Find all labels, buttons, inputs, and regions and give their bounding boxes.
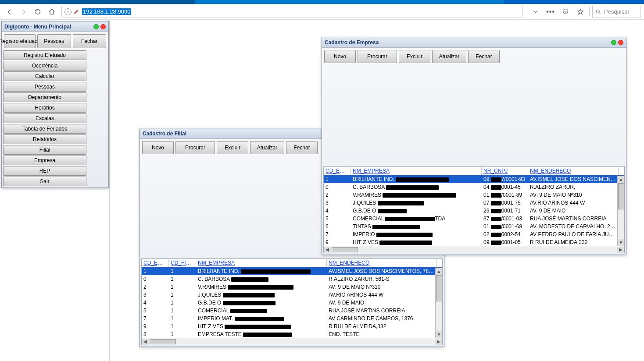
table-row[interactable]: 6TINTAS 01./0001-68AV. MODESTO DE CARVAL…	[324, 223, 624, 230]
table-row[interactable]: 7IMPERIO 02.0002-54AV PEDRO PAULO DE FAR…	[324, 230, 624, 238]
table-header: CD_EMPRESA CD_FILIAL NM_EMPRESA NM_ENDER…	[142, 259, 442, 267]
search-box[interactable]: Pesquisar	[592, 6, 640, 18]
button-procurar[interactable]: Procurar	[358, 50, 397, 63]
scrollbar-h[interactable]: ◀▶	[142, 338, 442, 345]
table-header: CD_EMPRESA NM_EMPRESA NR_CNPJ NM_ENDEREC…	[324, 167, 624, 175]
scrollbar-v[interactable]: ▲▼	[617, 176, 624, 246]
title-text: Cadastro de Empresa	[325, 39, 379, 46]
col-nr-cnpj[interactable]: NR_CNPJ	[482, 167, 528, 175]
close-icon[interactable]	[618, 40, 623, 45]
sidebar-menu: Registro Efetuado Ocorrência Calcular Pe…	[2, 50, 108, 188]
col-cd-filial[interactable]: CD_FILIAL	[169, 259, 196, 267]
panel-divider	[109, 20, 110, 361]
empresa-toolbar: Novo Procurar Excluir Atualizar Fechar	[322, 48, 626, 65]
col-cd-empresa[interactable]: CD_EMPRESA	[142, 259, 169, 267]
table-body: 1BRILHANTE IND. 09.7/0001-93AV.ISMEL JOS…	[324, 175, 624, 246]
tab-registro[interactable]: Registro efetuado	[4, 34, 36, 48]
menu-rep[interactable]: REP	[3, 166, 86, 176]
button-atualizar[interactable]: Atualizar	[250, 141, 284, 154]
star-icon[interactable]	[574, 6, 587, 18]
table-row[interactable]: 3J.QUILES 07.0001-75AV.RIO ARINOS 444 W	[324, 199, 624, 207]
col-cd-empresa[interactable]: CD_EMPRESA	[324, 167, 351, 175]
window-title[interactable]: Digiponto - Menu Principal	[2, 21, 108, 32]
scrollbar-h[interactable]: ◀▶	[324, 246, 624, 253]
main-tabs: Registro efetuado Pessoas Fechar	[2, 32, 108, 50]
window-empresa: Cadastro de Empresa Novo Procurar Exclui…	[322, 37, 626, 255]
menu-horarios[interactable]: Horários	[3, 103, 86, 113]
empresa-table[interactable]: CD_EMPRESA NM_EMPRESA NR_CNPJ NM_ENDEREC…	[323, 166, 625, 253]
menu-relatorios[interactable]: Relatórios	[3, 134, 86, 144]
title-text: Cadastro de Filial	[143, 131, 186, 137]
menu-departamento[interactable]: Departamento	[3, 92, 86, 102]
close-icon[interactable]	[100, 24, 106, 29]
button-excluir[interactable]: Excluir	[217, 141, 248, 154]
tab-pessoas[interactable]: Pessoas	[37, 34, 71, 48]
content-area: Digiponto - Menu Principal Registro efet…	[0, 20, 644, 361]
table-row[interactable]: 71IMPERIO MAT. AV CARMINDO DE CAMPOS, 13…	[142, 315, 442, 322]
browser-toolbar: i 192.168.1.28:9090 ••• Pesquisar	[0, 4, 644, 20]
table-row[interactable]: 01C. BARBOSA R.ALZIRO ZARUR, 561-S	[142, 275, 442, 283]
window-main-menu: Digiponto - Menu Principal Registro efet…	[1, 21, 109, 188]
table-row[interactable]: 51COMERCIAL RUA JOSÉ MARTINS CORREIA	[142, 307, 442, 315]
menu-tabela-feriados[interactable]: Tabela de Feriados	[3, 124, 86, 134]
url-bar[interactable]: i 192.168.1.28:9090	[61, 6, 522, 18]
menu-empresa[interactable]: Empresa	[3, 156, 86, 165]
table-row[interactable]: 1BRILHANTE IND. 09.7/0001-93AV.ISMEL JOS…	[324, 175, 624, 183]
table-row[interactable]: 4G.B.DE O 26.0001-71AV. 9 DE MAIO	[324, 207, 624, 215]
table-row[interactable]: 91HIT´Z VES R RUI DE ALMEIDA,332	[142, 322, 442, 330]
svg-point-0	[596, 10, 599, 13]
toolbar-right: ••• Pesquisar	[530, 6, 640, 18]
button-novo[interactable]: Novo	[142, 141, 174, 154]
more-icon[interactable]: •••	[544, 6, 557, 18]
reload-button[interactable]	[32, 6, 44, 18]
menu-sair[interactable]: Sair	[3, 177, 86, 186]
table-row[interactable]: 9HIT´Z VES 09.0001-05R RUI DE ALMEIDA,33…	[324, 238, 624, 246]
col-nm-endereco[interactable]: NM_ENDERECO	[528, 167, 619, 175]
button-atualizar[interactable]: Atualizar	[432, 50, 466, 63]
table-row[interactable]: 2V.RAMIRES 01./0001-89AV: 9 DE MAIO Nº31…	[324, 191, 624, 199]
tab-fechar[interactable]: Fechar	[73, 34, 107, 48]
button-procurar[interactable]: Procurar	[175, 141, 215, 154]
table-row[interactable]: 11BRILHANTE IND. AV.ISMEL JOSE DOS NASCI…	[142, 267, 442, 275]
forward-button[interactable]	[18, 6, 30, 18]
menu-filial[interactable]: Filial	[3, 145, 86, 155]
button-excluir[interactable]: Excluir	[399, 50, 430, 63]
menu-pessoas[interactable]: Pessoas	[3, 82, 86, 92]
minimize-icon[interactable]	[611, 40, 616, 45]
table-body: 11BRILHANTE IND. AV.ISMEL JOSE DOS NASCI…	[142, 267, 442, 338]
minimize-icon[interactable]	[93, 24, 99, 29]
chevron-down-icon[interactable]	[530, 6, 542, 18]
filial-table[interactable]: CD_EMPRESA CD_FILIAL NM_EMPRESA NM_ENDER…	[141, 258, 443, 345]
button-fechar[interactable]: Fechar	[286, 141, 318, 154]
home-button[interactable]	[46, 6, 58, 18]
button-fechar[interactable]: Fechar	[468, 50, 500, 63]
menu-registro-efetuado[interactable]: Registro Efetuado	[3, 50, 86, 60]
window-title[interactable]: Cadastro de Empresa	[322, 37, 626, 48]
scrollbar-v[interactable]: ▲▼	[435, 268, 442, 338]
menu-escalas[interactable]: Escalas	[3, 113, 86, 123]
browser-accent	[0, 0, 644, 4]
col-nm-endereco[interactable]: NM_ENDERECO	[327, 259, 436, 267]
search-placeholder: Pesquisar	[604, 8, 630, 15]
edit-block-icon	[73, 9, 79, 15]
table-row[interactable]: 81EMPRESA TESTE END. TESTE	[142, 330, 442, 338]
back-button[interactable]	[4, 6, 16, 18]
title-text: Digiponto - Menu Principal	[4, 24, 71, 30]
table-row[interactable]: 21V.RAMIRES AV: 9 DE MAIO Nº310	[142, 283, 442, 291]
pocket-icon[interactable]	[559, 6, 572, 18]
menu-ocorrencia[interactable]: Ocorrência	[3, 61, 86, 71]
table-row[interactable]: 0C. BARBOSA 04.0001-45R.ALZIRO ZARUR,	[324, 183, 624, 191]
col-nm-empresa[interactable]: NM_EMPRESA	[196, 259, 327, 267]
col-nm-empresa[interactable]: NM_EMPRESA	[351, 167, 482, 175]
table-row[interactable]: 5COMERCIAL TDA37./0001-03RUA JOSÉ MARTIN…	[324, 215, 624, 223]
table-row[interactable]: 31J.QUILES AV.RIO ARINOS 444 W	[142, 291, 442, 299]
table-row[interactable]: 41G.B.DE O AV. 9 DE MAIO	[142, 299, 442, 307]
url-text: 192.168.1.28:9090	[82, 8, 131, 15]
info-icon: i	[64, 8, 72, 15]
button-novo[interactable]: Novo	[324, 50, 356, 63]
menu-calcular[interactable]: Calcular	[3, 71, 86, 81]
